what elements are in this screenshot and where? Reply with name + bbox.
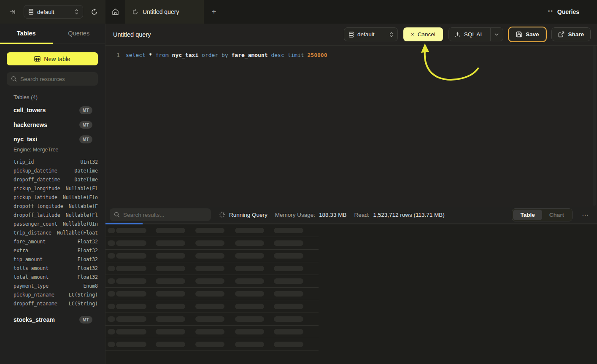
- column-row[interactable]: trip_idUInt32: [0, 158, 105, 167]
- skeleton-cell: [235, 329, 264, 334]
- column-row[interactable]: dropoff_ntanameLC(String): [0, 299, 105, 308]
- engine-badge: MT: [79, 316, 92, 324]
- sidebar-search-input[interactable]: [20, 76, 94, 82]
- query-running-icon: [132, 9, 138, 15]
- skeleton-cell: [108, 228, 115, 233]
- table-row-nyc_taxi[interactable]: nyc_taxiMT: [0, 132, 105, 147]
- sidebar-tab-queries[interactable]: Queries: [53, 24, 105, 43]
- database-selector-value: default: [37, 9, 71, 15]
- skeleton-cell: [195, 228, 224, 233]
- skeleton-cell: [116, 291, 146, 297]
- new-table-button[interactable]: New table: [7, 52, 98, 65]
- sql-ai-button-group: SQL AI: [448, 27, 503, 41]
- table-name: cell_towers: [14, 107, 46, 113]
- query-tab[interactable]: Untitled query: [125, 0, 204, 24]
- column-row[interactable]: payment_typeEnum8: [0, 282, 105, 291]
- column-name: dropoff_ntaname: [14, 301, 57, 307]
- refresh-button[interactable]: [89, 7, 100, 17]
- results-search-input[interactable]: [123, 212, 207, 218]
- column-row[interactable]: pickup_longitudeNullable(Fl: [0, 184, 105, 193]
- skeleton-cell: [156, 329, 185, 334]
- sql-editor[interactable]: 1 select * from nyc_taxi order by fare_a…: [105, 46, 597, 207]
- column-name: pickup_latitude: [14, 194, 57, 200]
- column-type: Float32: [78, 265, 98, 271]
- new-tab-button[interactable]: +: [204, 0, 224, 24]
- column-row[interactable]: pickup_datetimeDateTime: [0, 167, 105, 175]
- editor-scrollbar[interactable]: [593, 46, 596, 206]
- skeleton-cell: [274, 329, 303, 334]
- skeleton-cell: [274, 253, 303, 259]
- database-selector[interactable]: default: [24, 5, 83, 19]
- column-row[interactable]: pickup_latitudeNullable(Flo: [0, 193, 105, 202]
- query-database-selector[interactable]: default: [344, 27, 398, 41]
- skeleton-row: [105, 262, 319, 275]
- skeleton-cell: [195, 278, 224, 284]
- skeleton-cell: [108, 329, 115, 334]
- column-row[interactable]: extraFloat32: [0, 246, 105, 255]
- column-name: payment_type: [14, 283, 49, 289]
- table-row-hackernews[interactable]: hackernewsMT: [0, 118, 105, 132]
- top-bar: default: [0, 0, 597, 24]
- skeleton-cell: [156, 342, 185, 347]
- engine-badge: MT: [79, 106, 92, 114]
- skeleton-cell: [156, 278, 185, 284]
- main-panel: Untitled query default ×: [105, 24, 597, 364]
- save-button[interactable]: Save: [509, 27, 546, 41]
- skeleton-cell: [274, 316, 303, 322]
- view-toggle-chart[interactable]: Chart: [542, 210, 571, 220]
- view-toggle-table[interactable]: Table: [513, 210, 542, 220]
- column-row[interactable]: dropoff_latitudeNullable(Fl: [0, 211, 105, 220]
- more-options-button[interactable]: ⋯: [580, 211, 591, 219]
- column-row[interactable]: total_amountFloat32: [0, 273, 105, 282]
- skeleton-cell: [274, 304, 303, 309]
- sidebar-tabs: Tables Queries: [0, 24, 105, 43]
- code-token: 250000: [308, 52, 327, 58]
- home-button[interactable]: [105, 0, 125, 24]
- skeleton-cell: [195, 329, 224, 334]
- column-row[interactable]: tip_amountFloat32: [0, 255, 105, 264]
- code-token: [198, 52, 202, 58]
- column-row[interactable]: dropoff_longitudeNullable(F: [0, 202, 105, 211]
- sql-ai-dropdown-button[interactable]: [490, 28, 503, 41]
- skeleton-cell: [116, 253, 146, 259]
- column-row[interactable]: trip_distanceNullable(Float: [0, 229, 105, 237]
- collapse-sidebar-button[interactable]: [8, 7, 18, 16]
- memory-usage-label: Memory Usage:: [275, 212, 315, 218]
- skeleton-row: [105, 288, 319, 300]
- cancel-button[interactable]: × Cancel: [403, 27, 443, 41]
- skeleton-cell: [108, 253, 115, 259]
- skeleton-cell: [108, 316, 115, 322]
- query-tab-label: Untitled query: [143, 8, 179, 15]
- column-type: Float32: [78, 256, 98, 262]
- skeleton-cell: [274, 291, 303, 297]
- column-row[interactable]: fare_amountFloat32: [0, 237, 105, 246]
- skeleton-cell: [235, 228, 264, 233]
- sidebar-tab-tables[interactable]: Tables: [0, 24, 53, 43]
- skeleton-cell: [156, 304, 185, 309]
- read-value: 1,523,712 rows (113.71 MB): [373, 212, 444, 218]
- column-name: dropoff_latitude: [14, 212, 60, 218]
- skeleton-cell: [156, 266, 185, 271]
- column-type: UInt32: [80, 159, 98, 165]
- column-name: fare_amount: [14, 239, 46, 245]
- skeleton-cell: [195, 291, 224, 297]
- queries-link[interactable]: •• Queries: [544, 0, 597, 24]
- refresh-icon: [91, 8, 98, 16]
- column-row[interactable]: dropoff_datetimeDateTime: [0, 175, 105, 184]
- code-token: from: [155, 52, 168, 58]
- top-bar-left: default: [0, 0, 105, 24]
- sql-ai-button[interactable]: SQL AI: [449, 28, 487, 41]
- column-row[interactable]: tolls_amountFloat32: [0, 264, 105, 273]
- sql-ai-label: SQL AI: [464, 31, 482, 38]
- table-row-cell_towers[interactable]: cell_towersMT: [0, 103, 105, 118]
- skeleton-cell: [108, 291, 115, 297]
- share-button[interactable]: Share: [551, 27, 591, 41]
- skeleton-cell: [195, 253, 224, 259]
- column-row[interactable]: pickup_ntanameLC(String): [0, 291, 105, 299]
- table-row-stocks_stream[interactable]: stocks_streamMT: [0, 313, 105, 327]
- skeleton-cell: [274, 266, 303, 271]
- column-name: trip_id: [14, 159, 34, 165]
- query-status: Running Query: [219, 211, 267, 218]
- column-name: extra: [14, 248, 28, 253]
- column-row[interactable]: passenger_countNullable(UIn: [0, 220, 105, 229]
